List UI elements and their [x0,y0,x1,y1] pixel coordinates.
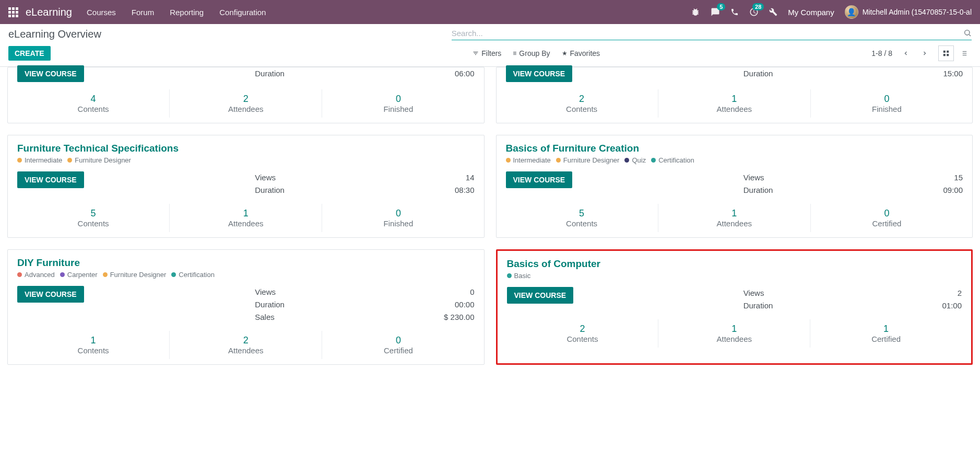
course-title[interactable]: Basics of Furniture Creation [506,143,963,154]
list-view-button[interactable] [956,45,972,61]
filters-button[interactable]: Filters [473,49,501,57]
view-course-button[interactable]: VIEW COURSE [506,65,573,82]
stat-label-duration: Duration [743,67,773,80]
stat-value-duration: 00:00 [455,298,475,311]
groupby-button[interactable]: ≡ Group By [513,49,550,57]
bottom-stat[interactable]: 5 Contents [506,204,658,232]
app-brand[interactable]: eLearning [26,6,72,18]
bottom-stat[interactable]: 1 Contents [17,331,169,359]
bottom-stat[interactable]: 0 Finished [322,89,474,118]
nav-item-forum[interactable]: Forum [132,8,154,17]
apps-menu-icon[interactable] [8,7,18,17]
course-title[interactable]: DIY Furniture [17,257,475,269]
stat-label-duration: Duration [255,298,285,311]
bottom-stat[interactable]: 0 Certified [810,204,963,232]
top-navbar: eLearning Courses Forum Reporting Config… [0,0,980,24]
breadcrumb: eLearning Overview [8,28,101,40]
course-card[interactable]: VIEW COURSE Duration06:00 4 Contents 2 A… [7,67,485,123]
bottom-stats: 5 Contents 1 Attendees 0 Certified [506,204,963,232]
course-card[interactable]: DIY FurnitureAdvancedCarpenterFurniture … [7,249,485,365]
svg-rect-4 [943,54,946,56]
bottom-stat[interactable]: 5 Contents [17,204,169,232]
bottom-stat-number: 5 [17,208,169,219]
bottom-stat-number: 0 [322,208,474,219]
tag-dot-icon [624,158,629,163]
activities-badge: 28 [752,3,764,10]
bottom-stat[interactable]: 1 Attendees [658,204,810,232]
bottom-stat-number: 0 [811,208,963,219]
tag-dot-icon [506,158,511,163]
nav-item-reporting[interactable]: Reporting [170,8,204,17]
view-course-button[interactable]: VIEW COURSE [17,286,84,303]
bottom-stat-label: Attendees [170,346,322,355]
funnel-icon [473,50,479,56]
user-menu[interactable]: 👤 Mitchell Admin (15470857-15-0-al [845,5,972,19]
view-course-button[interactable]: VIEW COURSE [506,171,573,188]
bottom-stat-label: Attendees [170,105,322,113]
debug-icon[interactable] [691,7,700,17]
search-bar[interactable] [452,29,972,40]
bottom-stat[interactable]: 4 Contents [17,89,169,118]
stat-value-views: 0 [470,286,474,298]
course-tags: Basic [507,272,962,280]
phone-icon[interactable] [730,8,739,16]
course-card[interactable]: Basics of Furniture CreationIntermediate… [496,135,973,238]
search-input[interactable] [452,29,963,38]
bottom-stats: 5 Contents 1 Attendees 0 Finished [17,204,475,232]
groupby-label: Group By [519,49,550,57]
bottom-stat[interactable]: 2 Contents [507,319,658,348]
stat-label-sales: Sales [255,311,275,324]
bottom-stat[interactable]: 2 Attendees [169,89,322,118]
tag: Quiz [624,156,646,164]
stat-value-views: 15 [954,171,963,184]
kanban-view-button[interactable] [938,45,954,61]
tag-label: Furniture Designer [75,156,131,164]
favorites-button[interactable]: ★ Favorites [562,49,600,57]
filters-label: Filters [481,49,501,57]
tag-label: Furniture Designer [563,156,620,164]
course-card[interactable]: Basics of ComputerBasic VIEW COURSE View… [496,249,973,365]
tag-label: Carpenter [67,271,98,279]
tag-dot-icon [171,272,176,277]
bottom-stat-number: 1 [17,335,169,346]
bottom-stat-label: Contents [17,219,169,228]
bottom-stat-number: 2 [506,94,658,105]
bottom-stat[interactable]: 0 Finished [810,89,963,118]
bottom-stat[interactable]: 2 Attendees [169,331,322,359]
view-course-button[interactable]: VIEW COURSE [17,171,84,188]
view-course-button[interactable]: VIEW COURSE [17,65,84,82]
bottom-stat-number: 2 [170,335,322,346]
stat-value-duration: 15:00 [943,67,963,80]
bottom-stat[interactable]: 1 Attendees [658,319,810,348]
bottom-stat[interactable]: 0 Certified [322,331,474,359]
course-card[interactable]: Furniture Technical SpecificationsInterm… [7,135,485,238]
bottom-stat[interactable]: 1 Attendees [658,89,810,118]
bottom-stat[interactable]: 1 Attendees [169,204,322,232]
bottom-stat-label: Attendees [658,219,810,228]
view-course-button[interactable]: VIEW COURSE [507,287,574,304]
bottom-stat[interactable]: 0 Finished [322,204,474,232]
list-icon: ≡ [513,50,516,57]
nav-item-courses[interactable]: Courses [87,8,116,17]
bottom-stat[interactable]: 1 Certified [810,319,962,348]
nav-items: Courses Forum Reporting Configuration [87,8,266,17]
bottom-stat-label: Finished [322,105,474,113]
course-card[interactable]: VIEW COURSE Duration15:00 2 Contents 1 A… [496,67,973,123]
course-title[interactable]: Furniture Technical Specifications [17,143,475,154]
bottom-stat-label: Finished [322,219,474,228]
tools-icon[interactable] [769,8,777,16]
bottom-stat-label: Contents [17,346,169,355]
course-title[interactable]: Basics of Computer [507,258,962,270]
search-icon[interactable] [963,29,972,37]
bottom-stat[interactable]: 2 Contents [506,89,658,118]
create-button[interactable]: CREATE [8,46,51,61]
activities-icon[interactable]: 28 [749,7,759,17]
pager-prev-button[interactable] [901,48,911,59]
pager-text[interactable]: 1-8 / 8 [871,49,892,57]
bottom-stat-label: Attendees [658,105,810,113]
bottom-stat-number: 2 [507,324,658,334]
company-selector[interactable]: My Company [788,8,834,17]
nav-item-configuration[interactable]: Configuration [219,8,266,17]
pager-next-button[interactable] [919,48,930,59]
messaging-icon[interactable]: 5 [711,7,720,17]
